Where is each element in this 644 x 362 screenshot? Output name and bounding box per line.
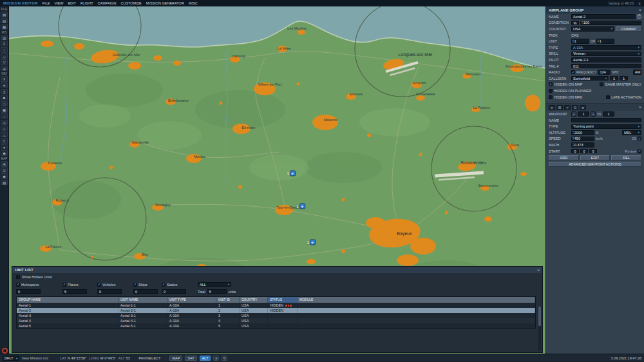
altitude-ref-select[interactable]: MSL ▾ (622, 130, 641, 135)
marker-icon[interactable]: ◆ (1, 150, 8, 156)
aircraft-type-select[interactable]: A-10A ▾ (571, 45, 641, 50)
start-hours-input[interactable]: 0 (571, 149, 579, 154)
unit-marker-airplane[interactable]: 1 ✈ (296, 204, 305, 209)
menu-customize[interactable]: CUSTOMIZE (120, 1, 141, 5)
hidden-on-planner-checkbox[interactable] (549, 89, 553, 93)
callsign-number-2[interactable]: 1 (620, 76, 628, 81)
category-select[interactable]: ALL ▾ (198, 282, 231, 287)
collapse-icon[interactable]: ∧ (549, 105, 555, 110)
table-row[interactable]: Aerial-4 Aerial-4-1 A-10A 4 USA (17, 318, 535, 323)
airplane-icon[interactable]: ✈ (290, 171, 296, 176)
map-center-icon[interactable]: ◆ (1, 173, 8, 179)
combat-button[interactable]: COMBAT (616, 26, 641, 32)
waypoint-name-input[interactable] (571, 118, 641, 123)
tail-number-input[interactable]: 011 (571, 64, 641, 69)
filter-statics-checkbox[interactable]: ✓ (162, 283, 166, 287)
close-icon[interactable]: × (639, 105, 641, 110)
goals-icon[interactable]: ⊞ (1, 66, 8, 71)
save-mission-icon[interactable]: ▦ (1, 24, 8, 30)
add-template-icon[interactable]: ▣ (1, 107, 8, 113)
filter-vehicles-checkbox[interactable]: ✓ (97, 283, 101, 287)
col-module[interactable]: MODULE (298, 297, 535, 303)
filter-helicopters-checkbox[interactable]: ✓ (16, 283, 20, 287)
callsign-number-1[interactable]: 1 (610, 76, 618, 81)
profile-select[interactable]: DFLT ▾ (3, 356, 19, 361)
warehouse-icon[interactable]: △ (1, 132, 8, 138)
ground-speed-checkbox[interactable]: ✓ (638, 137, 641, 140)
mach-stepper[interactable]: ▴▾ 0.373 (571, 142, 594, 148)
fix-time-checkbox[interactable]: ✓ (638, 149, 641, 153)
orbit-icon[interactable]: ⊙ (572, 105, 578, 110)
menu-edit[interactable]: EDIT (68, 1, 76, 5)
show-hidden-units-checkbox[interactable] (16, 275, 20, 279)
col-status[interactable]: STATUS (268, 297, 298, 303)
map-layers-icon[interactable]: ⊞ (1, 161, 8, 167)
refresh-icon[interactable]: ↻ (222, 356, 227, 361)
country-select[interactable]: USA ▾ (571, 26, 614, 32)
distance-tool-icon[interactable]: ● (1, 144, 8, 150)
map-options-icon[interactable]: ⊙ (1, 167, 8, 173)
col-country[interactable]: COUNTRY (240, 297, 268, 303)
close-icon[interactable]: × (537, 268, 540, 272)
table-row[interactable]: Aerial-5 Aerial-5-1 A-10A 5 USA (17, 323, 535, 329)
add-waypoint-button[interactable]: ADD (549, 155, 579, 160)
mission-options-icon[interactable]: ≡ (1, 41, 8, 46)
condition-stepper[interactable]: ▴▾ 100 (580, 21, 641, 26)
filter-ships-checkbox[interactable]: ✓ (133, 283, 137, 287)
farp-icon[interactable]: ◇ (1, 126, 8, 131)
late-activation-checkbox[interactable] (606, 95, 610, 99)
open-mission-icon[interactable]: ▧ (1, 18, 8, 24)
close-icon[interactable]: × (638, 1, 641, 6)
map-info-icon[interactable]: ▤ (1, 180, 8, 186)
table-row[interactable]: Aerial-3 Aerial-3-1 A-10A 3 USA (17, 313, 535, 318)
add-static-icon[interactable]: □ (1, 101, 8, 107)
alt-view-button[interactable]: ALT (200, 356, 211, 361)
pilot-name-input[interactable]: Aerial-2-1 (571, 57, 641, 62)
down-arrow-icon[interactable]: ▾ (582, 23, 583, 24)
layers-list-icon[interactable]: ≡ (213, 356, 219, 361)
table-row[interactable]: Aerial-1 Aerial-1-1 A-10A 1 USA HIDDEN (17, 303, 535, 308)
failures-icon[interactable]: ◇ (1, 53, 8, 59)
task-value[interactable]: CAS (571, 33, 578, 37)
route-grid-icon[interactable]: ⊞ (556, 105, 563, 110)
add-helicopter-icon[interactable]: ∗ (1, 82, 8, 88)
add-vehicle-icon[interactable]: ■ (1, 95, 8, 100)
col-unit-id[interactable]: UNIT ID (216, 297, 240, 303)
start-seconds-input[interactable]: 0 (589, 149, 597, 154)
map-view-button[interactable]: MAP (169, 356, 182, 361)
help-icon[interactable]: ? (637, 14, 641, 19)
menu-misc[interactable]: MISC (189, 1, 198, 5)
frequency-input[interactable]: 124 (598, 70, 611, 75)
table-row-selected[interactable]: Aerial-2 Aerial-2-1 A-10A 2 USA HIDDEN (17, 308, 535, 313)
bullseye-icon[interactable]: ⊙ (1, 120, 8, 126)
start-minutes-input[interactable]: 0 (580, 149, 588, 154)
briefing-icon[interactable]: ▥ (1, 35, 8, 41)
hidden-on-map-checkbox[interactable]: ✓ (549, 82, 553, 86)
prev-waypoint-button[interactable]: ‹ (571, 111, 576, 117)
airplane-icon[interactable]: ✈ (310, 240, 316, 245)
speed-stepper[interactable]: ▴▾ 450 (571, 137, 594, 142)
waypoint-type-select[interactable]: Turning point ▾ (571, 124, 641, 129)
waypoint-target-icon[interactable]: ⌖ (564, 105, 571, 110)
table-scrollbar[interactable] (538, 307, 541, 350)
unit-total-stepper[interactable]: ▴▾ 1 (596, 39, 614, 44)
filter-planes-checkbox[interactable]: ✓ (62, 283, 66, 287)
altitude-stepper[interactable]: ▴▾ 2000 (571, 130, 594, 135)
col-unit-name[interactable]: UNIT NAME (118, 297, 167, 303)
menu-view[interactable]: VIEW (54, 1, 63, 5)
trigger-zone-icon[interactable]: ○ (1, 113, 8, 119)
skill-select[interactable]: Veteran ▾ (571, 52, 641, 57)
advanced-waypoint-actions-button[interactable]: ADVANCED (WAYPOINT ACTIONS) (549, 162, 641, 167)
edit-waypoint-button[interactable]: EDIT (580, 155, 611, 160)
weather-icon[interactable]: ○ (1, 47, 8, 53)
menu-mission-generator[interactable]: MISSION GENERATOR (146, 1, 184, 5)
callsign-select[interactable]: Springfield ▾ (571, 76, 609, 81)
menu-flight[interactable]: FLIGHT (80, 1, 93, 5)
sat-view-button[interactable]: SAT (185, 356, 196, 361)
unit-marker-airplane[interactable]: 1 ✈ (287, 171, 296, 176)
airplane-icon[interactable]: ✈ (299, 204, 305, 209)
radio-checkbox[interactable]: ✓ (571, 70, 575, 74)
game-master-only-checkbox[interactable] (600, 82, 603, 86)
col-group-name[interactable]: GROUP NAME (17, 297, 118, 303)
menu-file[interactable]: FILE (43, 1, 50, 5)
